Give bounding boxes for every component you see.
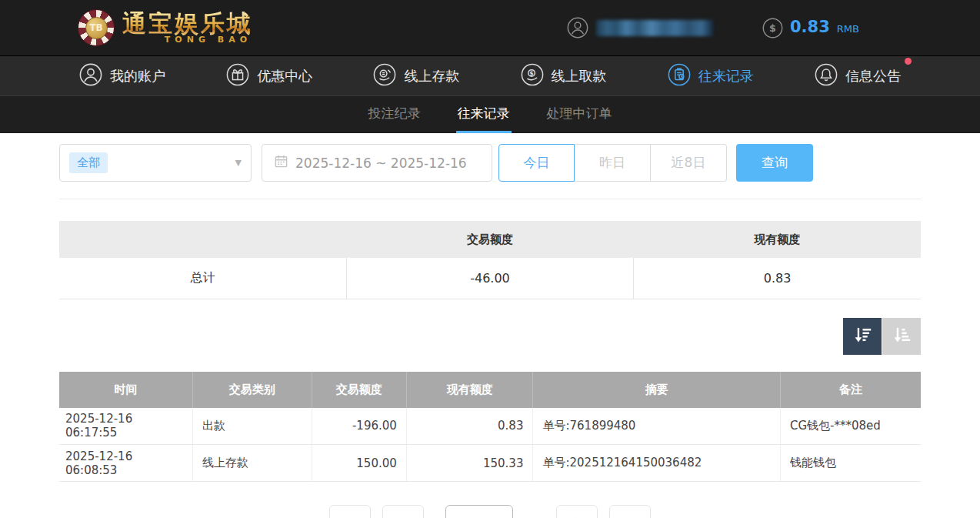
- sort-descending-icon: [852, 325, 873, 348]
- nav-item-my-account[interactable]: 我的账户: [79, 63, 165, 89]
- table-row: 2025-12-16 06:08:53 线上存款 150.00 150.33 单…: [59, 445, 921, 482]
- balance-currency: RMB: [837, 23, 859, 35]
- last-page-button[interactable]: »: [609, 505, 651, 518]
- type-selected-tag: 全部: [69, 152, 108, 173]
- cell-type: 出款: [193, 408, 312, 445]
- brand-logo[interactable]: TB 通宝娱乐城 TONG BAO: [78, 9, 253, 46]
- cell-type: 线上存款: [193, 445, 312, 482]
- header-balance: 现有额度: [406, 372, 533, 408]
- nav-item-promotions[interactable]: 优惠中心: [226, 63, 312, 89]
- quick-range-yesterday[interactable]: 昨日: [575, 144, 651, 182]
- sub-navigation: 投注纪录 往来记录 处理中订单: [0, 96, 980, 133]
- bell-icon: [815, 63, 838, 89]
- header-time: 时间: [59, 372, 193, 408]
- type-select[interactable]: 全部 ▼: [59, 144, 252, 182]
- tab-pending-orders[interactable]: 处理中订单: [545, 96, 614, 133]
- gift-icon: [226, 63, 249, 89]
- summary-header-transaction: 交易额度: [346, 221, 633, 258]
- records-icon: [668, 63, 691, 89]
- header-type: 交易类别: [193, 372, 312, 408]
- table-row: 2025-12-16 06:17:55 出款 -196.00 0.83 单号:7…: [59, 408, 921, 445]
- withdraw-icon: $: [521, 63, 544, 89]
- sort-descending-button[interactable]: [843, 318, 882, 355]
- cell-amount: -196.00: [312, 408, 406, 445]
- brand-text: 通宝娱乐城 TONG BAO: [122, 12, 253, 45]
- summary-table: 交易额度 现有额度 总计 -46.00 0.83: [59, 221, 921, 299]
- divider: [59, 199, 921, 199]
- main-navigation: 我的账户 优惠中心 线上存款: [0, 56, 980, 96]
- summary-total-transaction: -46.00: [346, 258, 633, 299]
- chevron-down-icon: ▼: [235, 158, 242, 168]
- tab-betting-records[interactable]: 投注纪录: [367, 96, 422, 133]
- svg-text:$: $: [529, 69, 534, 76]
- chip-label: TB: [85, 17, 108, 39]
- user-account[interactable]: [567, 17, 713, 38]
- quick-range-today[interactable]: 今日: [498, 144, 575, 182]
- summary-total-balance: 0.83: [634, 258, 921, 299]
- balance-display[interactable]: $ 0.83 RMB: [762, 18, 859, 38]
- header-amount: 交易额度: [312, 372, 406, 408]
- first-page-button[interactable]: «: [329, 505, 371, 518]
- brand-name-cn: 通宝娱乐城: [122, 12, 253, 35]
- next-page-button[interactable]: ›: [556, 505, 598, 518]
- balance-amount: 0.83: [790, 18, 830, 36]
- deposit-icon: [373, 63, 396, 89]
- main-content: 全部 ▼ 2025-12-16 ~ 2025-12-16 今日 昨日 近8日 查…: [59, 133, 921, 518]
- page-number-input[interactable]: [445, 505, 513, 518]
- records-header-row: 时间 交易类别 交易额度 现有额度 摘要 备注: [59, 372, 921, 408]
- header-summary: 摘要: [533, 372, 780, 408]
- top-header: TB 通宝娱乐城 TONG BAO: [0, 0, 980, 56]
- records-table: 时间 交易类别 交易额度 现有额度 摘要 备注 2025-12-16 06:17…: [59, 372, 921, 483]
- cell-summary: 单号:202512164150036482: [533, 445, 780, 482]
- notification-dot: [905, 58, 912, 65]
- cell-balance: 0.83: [406, 408, 533, 445]
- nav-item-withdraw[interactable]: $ 线上取款: [521, 63, 607, 89]
- user-icon: [79, 63, 102, 89]
- summary-header-balance: 现有额度: [634, 221, 921, 258]
- poker-chip-icon: TB: [78, 9, 115, 46]
- search-button[interactable]: 查询: [736, 144, 813, 182]
- brand-name-en: TONG BAO: [165, 35, 253, 45]
- nav-item-announcements[interactable]: 信息公告: [815, 63, 901, 89]
- cell-time: 2025-12-16 06:17:55: [59, 408, 193, 445]
- tab-transaction-records[interactable]: 往来记录: [456, 96, 512, 133]
- quick-range-group: 今日 昨日 近8日: [498, 144, 727, 182]
- user-avatar-icon: [567, 17, 588, 38]
- nav-item-transaction-records[interactable]: 往来记录: [668, 63, 754, 89]
- summary-total-row: 总计 -46.00 0.83: [59, 258, 921, 299]
- cell-balance: 150.33: [406, 445, 533, 482]
- nav-item-deposit[interactable]: 线上存款: [373, 63, 459, 89]
- cell-note: 钱能钱包: [780, 445, 921, 482]
- cell-summary: 单号:761899480: [533, 408, 780, 445]
- sort-controls: [59, 318, 921, 355]
- summary-total-label: 总计: [59, 258, 346, 299]
- sort-ascending-icon: [892, 325, 912, 348]
- filter-row: 全部 ▼ 2025-12-16 ~ 2025-12-16 今日 昨日 近8日 查…: [59, 144, 921, 182]
- prev-page-button[interactable]: ‹: [382, 505, 424, 518]
- svg-text:$: $: [769, 22, 776, 34]
- date-range-input[interactable]: 2025-12-16 ~ 2025-12-16: [262, 144, 492, 182]
- sort-ascending-button[interactable]: [882, 318, 921, 355]
- cell-amount: 150.00: [312, 445, 406, 482]
- username-redacted: [596, 20, 713, 36]
- calendar-icon: [274, 154, 288, 172]
- cell-time: 2025-12-16 06:08:53: [59, 445, 193, 482]
- date-range-value: 2025-12-16 ~ 2025-12-16: [295, 155, 467, 171]
- quick-range-last8days[interactable]: 近8日: [651, 144, 727, 182]
- header-note: 备注: [780, 372, 921, 408]
- cell-note: CG钱包-***08ed: [780, 408, 921, 445]
- summary-header-empty: [59, 221, 346, 258]
- dollar-icon: $: [762, 18, 783, 38]
- pagination: « ‹ › »: [59, 505, 921, 518]
